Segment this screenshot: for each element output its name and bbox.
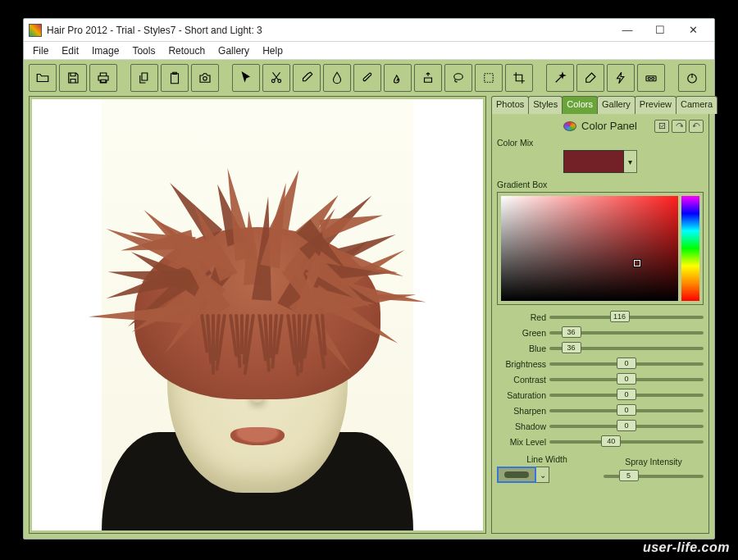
spray-intensity-slider[interactable]: 5 (604, 475, 704, 478)
slider-value-saturation[interactable]: 0 (617, 389, 636, 400)
palette-icon (563, 121, 576, 131)
canvas-frame (29, 96, 486, 534)
panel-title: Color Panel (581, 120, 637, 132)
brush-tool[interactable] (353, 64, 381, 92)
tab-styles[interactable]: Styles (528, 96, 563, 114)
slider-value-contrast[interactable]: 0 (617, 373, 636, 385)
tab-preview[interactable]: Preview (635, 96, 676, 114)
svg-point-6 (648, 77, 650, 80)
open-button[interactable] (29, 64, 57, 92)
slider-mix-level[interactable]: 40 (549, 440, 704, 444)
slider-label-mix-level: Mix Level (497, 437, 549, 447)
svg-point-1 (271, 80, 275, 83)
slider-label-blue: Blue (497, 344, 549, 353)
tape-tool[interactable] (637, 64, 665, 92)
slider-brightness[interactable]: 0 (549, 362, 704, 366)
pointer-tool[interactable] (232, 64, 260, 92)
marquee-tool[interactable] (475, 64, 503, 92)
blur-tool[interactable] (323, 64, 351, 92)
color-panel: Color Panel Color Mix ▾ Gradient Box (491, 113, 709, 534)
svg-point-2 (278, 80, 281, 83)
slider-label-green: Green (497, 328, 549, 338)
tab-camera[interactable]: Camera (676, 96, 718, 114)
saturation-value-picker[interactable] (501, 196, 678, 301)
slider-value-mix-level[interactable]: 40 (601, 435, 621, 447)
side-panel: PhotosStylesColorsGalleryPreviewCamera C… (491, 96, 709, 534)
menu-file[interactable]: File (27, 43, 54, 58)
watermark: user-life.com (643, 540, 730, 555)
menu-edit[interactable]: Edit (56, 43, 84, 58)
portrait-image (102, 99, 413, 530)
menu-tools[interactable]: Tools (126, 43, 161, 58)
slider-label-sharpen: Sharpen (497, 406, 549, 416)
tab-photos[interactable]: Photos (491, 96, 529, 114)
slider-red[interactable]: 116 (549, 316, 704, 319)
menu-gallery[interactable]: Gallery (212, 43, 255, 58)
slider-value-brightness[interactable]: 0 (617, 357, 636, 369)
reset-icon-button[interactable] (672, 120, 686, 133)
spray-intensity-label: Spray Intensity (604, 457, 704, 467)
save-button[interactable] (59, 64, 87, 92)
line-width-selector[interactable] (497, 467, 536, 483)
menu-image[interactable]: Image (86, 43, 125, 58)
menu-retouch[interactable]: Retouch (162, 43, 211, 58)
copy-button[interactable] (130, 64, 158, 92)
line-width-label: Line Width (497, 454, 597, 464)
svg-rect-9 (659, 123, 664, 128)
slider-sharpen[interactable]: 0 (549, 409, 704, 412)
slider-label-saturation: Saturation (497, 390, 549, 400)
slider-label-brightness: Brightness (497, 359, 549, 369)
canvas[interactable] (32, 99, 483, 530)
paste-button[interactable] (161, 64, 189, 92)
slider-value-green[interactable]: 36 (562, 326, 581, 338)
slider-value-shadow[interactable]: 0 (617, 420, 636, 431)
slider-label-contrast: Contrast (497, 375, 549, 385)
color-mix-label: Color Mix (497, 138, 704, 148)
slider-saturation[interactable]: 0 (549, 394, 704, 397)
svg-point-0 (203, 77, 207, 81)
close-button[interactable]: ✕ (676, 20, 709, 41)
slider-value-red[interactable]: 116 (610, 311, 630, 322)
hue-picker[interactable] (681, 196, 699, 301)
color-swatch-dropdown[interactable]: ▾ (624, 150, 637, 173)
camera-button[interactable] (191, 64, 219, 92)
clone-tool[interactable] (414, 64, 442, 92)
power-button[interactable] (678, 64, 706, 92)
maximize-button[interactable]: ☐ (644, 20, 676, 41)
svg-rect-4 (485, 74, 494, 83)
gradient-label: Gradient Box (497, 180, 704, 189)
titlebar: Hair Pro 2012 - Trial - Styles7 - Short … (24, 19, 714, 42)
slider-contrast[interactable]: 0 (549, 378, 704, 381)
cut-tool[interactable] (262, 64, 290, 92)
slider-label-red: Red (497, 312, 549, 322)
undo-icon-button[interactable] (689, 120, 704, 133)
line-width-dropdown[interactable]: ⌄ (536, 467, 549, 483)
toolbar (24, 60, 714, 96)
menu-help[interactable]: Help (257, 43, 289, 58)
lasso-tool[interactable] (444, 64, 472, 92)
crop-tool[interactable] (505, 64, 533, 92)
slider-blue[interactable]: 36 (549, 347, 704, 350)
wand-tool[interactable] (546, 64, 574, 92)
flash-tool[interactable] (607, 64, 635, 92)
svg-point-7 (652, 77, 654, 80)
eyedropper-tool[interactable] (293, 64, 321, 92)
window-title: Hair Pro 2012 - Trial - Styles7 - Short … (47, 25, 611, 36)
minimize-button[interactable]: — (611, 20, 644, 41)
apply-icon-button[interactable] (654, 120, 669, 133)
smudge-tool[interactable] (384, 64, 412, 92)
slider-value-sharpen[interactable]: 0 (617, 404, 636, 416)
print-button[interactable] (89, 64, 117, 92)
spray-intensity-value[interactable]: 5 (619, 470, 639, 481)
tab-colors[interactable]: Colors (562, 96, 598, 114)
app-window: Hair Pro 2012 - Trial - Styles7 - Short … (23, 18, 715, 540)
tab-gallery[interactable]: Gallery (597, 96, 636, 114)
menubar: FileEditImageToolsRetouchGalleryHelp (24, 42, 714, 60)
slider-green[interactable]: 36 (549, 331, 704, 335)
slider-value-blue[interactable]: 36 (562, 342, 581, 353)
slider-label-shadow: Shadow (497, 421, 549, 431)
app-icon (29, 24, 42, 37)
paint-tool[interactable] (576, 64, 604, 92)
color-swatch[interactable] (563, 150, 624, 173)
slider-shadow[interactable]: 0 (549, 425, 704, 428)
